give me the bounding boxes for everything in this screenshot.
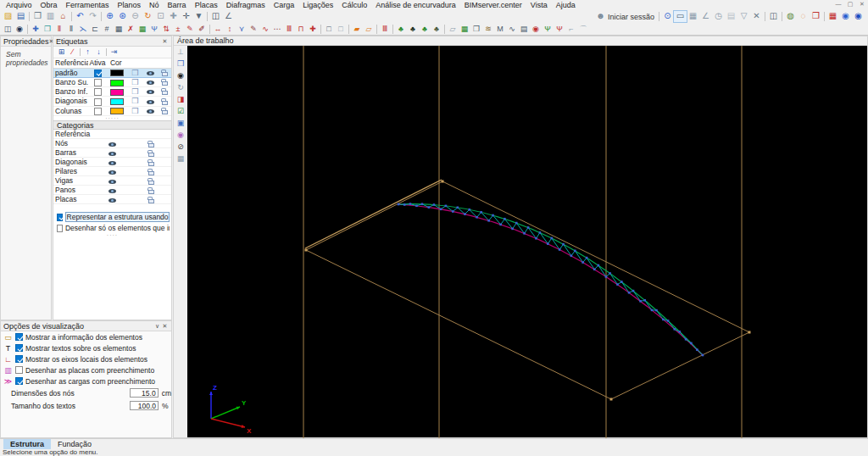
screen-capture-icon[interactable]: ▼ (192, 11, 205, 22)
length-arrows-icon[interactable]: ⇅ (160, 24, 172, 35)
menu-ajuda[interactable]: Ajuda (552, 0, 580, 10)
export-image-icon[interactable]: ❐ (31, 11, 44, 22)
eraser-icon[interactable]: ▱ (447, 24, 459, 35)
login-icon[interactable]: ☻ (594, 11, 607, 22)
eye-icon[interactable] (108, 189, 116, 193)
menu-liga-es[interactable]: Ligações (298, 0, 337, 10)
layer-color-swatch[interactable] (110, 89, 124, 96)
history-clock-icon[interactable]: ◷ (712, 11, 725, 22)
cube-icon[interactable]: ❒ (131, 78, 138, 86)
cube-icon[interactable]: ❒ (131, 87, 138, 96)
grid-generate-icon[interactable]: ▦ (136, 24, 148, 35)
layer-color-swatch[interactable] (110, 98, 124, 105)
category-row[interactable]: Nós (53, 139, 171, 148)
layer-name[interactable]: Colunas (53, 106, 88, 115)
layer-row[interactable]: Banzo Su...❒ (53, 77, 171, 86)
viewport-3d[interactable]: ZYX (187, 46, 867, 437)
buckling-icon[interactable]: Ψ (148, 24, 160, 35)
dashed-box2-icon[interactable]: □ (335, 24, 347, 35)
views-window-icon[interactable]: ◫ (209, 11, 222, 22)
info-box-checkbox[interactable] (15, 333, 23, 341)
eye-icon[interactable] (108, 161, 116, 165)
pan-grid-icon[interactable]: ▦ (175, 153, 186, 165)
search-icon[interactable]: ⊙ (661, 11, 674, 22)
close-icon[interactable]: ✕ (858, 0, 866, 8)
cube-icon[interactable]: ❒ (131, 69, 138, 77)
help-globe-icon[interactable]: ◉ (839, 11, 852, 22)
zoom-window-icon[interactable]: ⊡ (154, 11, 167, 22)
minimize-icon[interactable]: — (834, 0, 843, 8)
bridge-icon[interactable]: M (494, 24, 506, 35)
redraw-icon[interactable]: ↻ (142, 11, 154, 22)
local-axes-checkbox[interactable] (15, 355, 23, 363)
category-row[interactable]: Placas (53, 195, 171, 204)
layer-active-checkbox[interactable] (94, 98, 102, 106)
menu-planos[interactable]: Planos (114, 0, 146, 10)
eye-icon[interactable] (147, 100, 154, 104)
flip-window-icon[interactable]: ❐ (470, 24, 482, 35)
tree-green-icon[interactable]: ♣ (395, 24, 407, 35)
category-row[interactable]: Barras (53, 148, 171, 158)
update-obra-icon[interactable]: ⌂ (57, 11, 70, 22)
menu-bimserver-center[interactable]: BIMserver.center (460, 0, 526, 10)
filter-icon[interactable]: ▽ (737, 11, 750, 22)
layer-name[interactable]: Banzo Su... (53, 77, 88, 86)
lock-icon[interactable] (148, 153, 154, 157)
layer-name[interactable]: Diagonais (53, 97, 88, 106)
open-file-icon[interactable]: ▨ (2, 11, 14, 22)
eye-icon[interactable] (108, 142, 116, 147)
close-icon[interactable]: ✕ (161, 323, 169, 330)
render-icon[interactable]: ◉ (175, 130, 186, 142)
menu-an-lise-de-encurvadura[interactable]: Análise de encurvadura (371, 0, 460, 10)
layer-active-checkbox[interactable] (94, 70, 102, 77)
dim-vertical-icon[interactable]: ↕ (224, 24, 236, 35)
tree-cut-icon[interactable]: ♣ (419, 24, 431, 35)
eye-icon[interactable] (108, 152, 116, 156)
monitor-icon[interactable]: ▦ (687, 11, 699, 22)
lock-icon[interactable] (148, 171, 154, 175)
menu-diafragmas[interactable]: Diafragmas (222, 0, 270, 10)
delete-layer-icon[interactable]: ∕ (67, 47, 78, 58)
category-row[interactable]: Vigas (53, 176, 171, 186)
restore-icon[interactable]: ▢ (846, 0, 854, 8)
pan-icon[interactable]: ✚ (167, 11, 180, 22)
angle-icon[interactable]: ∠ (699, 11, 712, 22)
limits-icon[interactable]: ± (172, 24, 184, 35)
structure-3d-view[interactable]: ZYX (187, 46, 868, 439)
layer-color-swatch[interactable] (110, 70, 124, 76)
sheet-icon[interactable]: ▤ (725, 11, 737, 22)
layer-active-checkbox[interactable] (94, 79, 102, 86)
roll-plate-icon[interactable]: ▱ (363, 24, 375, 35)
hierarchy-red-icon[interactable]: Ψ (554, 24, 565, 35)
loads-fill-checkbox[interactable] (15, 377, 23, 385)
use-layer-colors-checkbox[interactable] (57, 214, 63, 221)
move-down-icon[interactable]: ↓ (93, 47, 104, 58)
menu-placas[interactable]: Placas (191, 0, 222, 10)
close-icon[interactable]: ✕ (161, 38, 169, 45)
zoom-all-icon[interactable]: ⊛ (116, 11, 129, 22)
selection-rect-icon[interactable]: ▭ (674, 11, 687, 22)
plates-fill-checkbox[interactable] (15, 366, 23, 374)
layer-row[interactable]: padrão❒ (53, 68, 171, 77)
menu-barra[interactable]: Barra (164, 0, 191, 10)
collapse-icon[interactable]: ∨ (153, 323, 161, 330)
move-view-icon[interactable]: ✛ (180, 11, 192, 22)
splitter-handle[interactable]: ···· (53, 233, 171, 237)
category-row[interactable]: Diagonais (53, 158, 171, 167)
move-up-icon[interactable]: ↑ (82, 47, 93, 58)
bar-new-icon[interactable]: Ⅱ (53, 24, 65, 35)
orbit-icon[interactable]: ↻ (175, 82, 186, 94)
layer-name[interactable]: padrão (53, 68, 88, 77)
layer-name[interactable]: Banzo Inf... (53, 87, 88, 97)
layer-active-checkbox[interactable] (94, 88, 102, 96)
visibility-icon[interactable]: ◉ (175, 70, 186, 82)
eye-icon[interactable] (108, 170, 116, 175)
grid-pair-icon[interactable]: ▦ (459, 24, 470, 35)
node-size-input[interactable]: 15.0 (130, 388, 159, 398)
window-view-icon[interactable]: ▣ (175, 118, 186, 130)
layer-row[interactable]: Colunas❒ (53, 106, 171, 115)
category-row[interactable]: Pilares (53, 167, 171, 176)
lock-icon[interactable] (162, 81, 168, 86)
window-layout-icon[interactable]: ◫ (767, 11, 780, 22)
lock-icon[interactable] (148, 162, 154, 166)
